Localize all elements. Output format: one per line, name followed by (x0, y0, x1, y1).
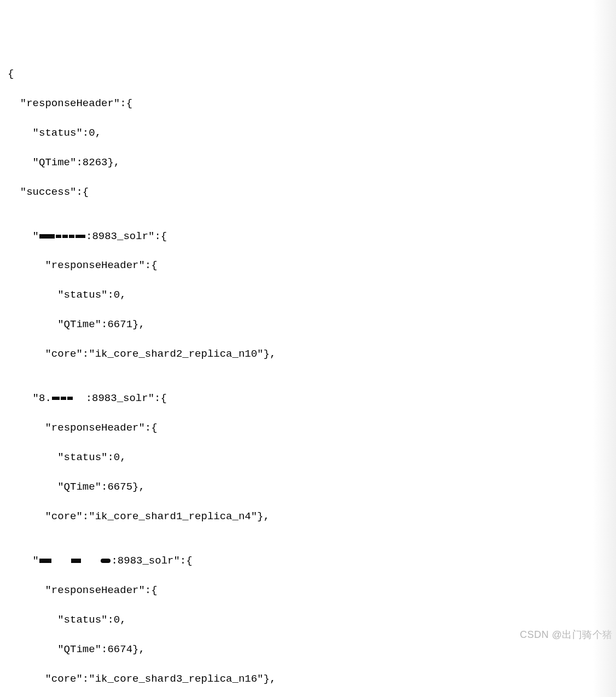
node-status: "status":0, (8, 450, 616, 465)
node-status: "status":0, (8, 288, 616, 303)
node-rh-open: "responseHeader":{ (8, 583, 616, 598)
node-address: " :8983_solr":{ (8, 554, 616, 568)
node-qtime: "QTime":6674}, (8, 642, 616, 657)
node-core: "core":"ik_core_shard2_replica_n10"}, (8, 347, 616, 362)
node-core: "core":"ik_core_shard1_replica_n4"}, (8, 509, 616, 524)
redacted-ip (39, 234, 55, 239)
node-status: "status":0, (8, 613, 616, 628)
watermark: CSDN @出门骑个猪 (520, 628, 613, 642)
node-rh-open: "responseHeader":{ (8, 421, 616, 435)
node-rh-open: "responseHeader":{ (8, 258, 616, 273)
success-key: "success":{ (8, 185, 616, 200)
node-core: "core":"ik_core_shard3_replica_n16"}, (8, 672, 616, 687)
brace-open: { (8, 67, 616, 82)
rh-qtime-line: "QTime":8263}, (8, 155, 616, 170)
redacted-ip (39, 559, 51, 563)
node-qtime: "QTime":6671}, (8, 317, 616, 332)
redacted-ip (52, 397, 60, 400)
rh-status-line: "status":0, (8, 126, 616, 141)
response-header-key: "responseHeader":{ (8, 96, 616, 111)
node-qtime: "QTime":6675}, (8, 480, 616, 495)
node-address: ":8983_solr":{ (8, 229, 616, 244)
node-address: "8. :8983_solr":{ (8, 391, 616, 406)
